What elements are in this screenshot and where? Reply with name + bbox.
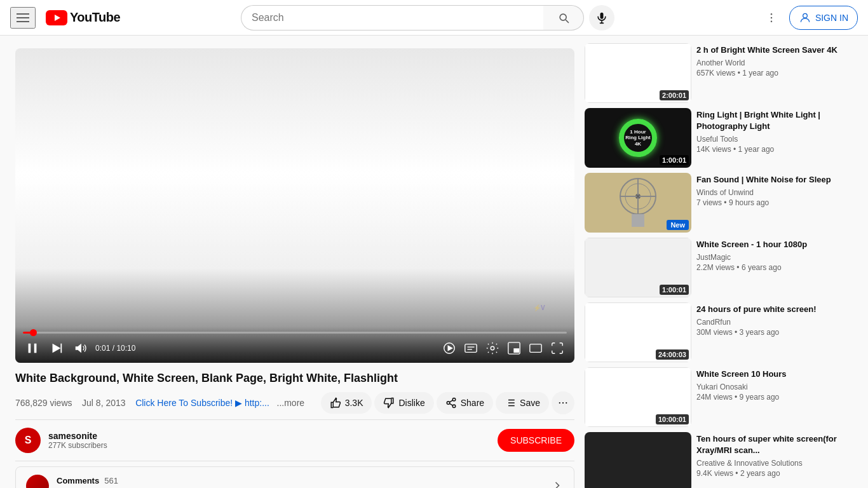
svg-point-35 <box>566 402 567 403</box>
mic-button[interactable] <box>589 5 614 30</box>
sidebar-item[interactable]: New Fan Sound | White Noise for Sleep Wi… <box>585 173 841 233</box>
sidebar-thumbnail: 1:00:01 <box>585 238 691 297</box>
progress-bar[interactable] <box>23 332 567 334</box>
svg-point-5 <box>771 20 773 22</box>
more-options-button[interactable] <box>759 5 784 30</box>
sidebar-video-details: Ring Light | Bright White Light | Photog… <box>696 108 841 168</box>
header: YouTube <box>0 0 868 36</box>
thumbs-up-icon <box>330 397 341 409</box>
more-actions-button[interactable] <box>552 391 574 414</box>
dots-vertical-icon <box>765 11 778 24</box>
dislike-label: Dislike <box>398 398 424 408</box>
sidebar-channel-name: Useful Tools <box>696 135 841 144</box>
duration-badge: 10:00:01 <box>656 414 689 424</box>
next-button[interactable] <box>47 339 66 358</box>
sidebar-item[interactable]: 10:00:01 White Screen 10 Hours Yukari On… <box>585 367 841 427</box>
share-button[interactable]: Share <box>437 392 493 414</box>
svg-marker-10 <box>53 344 61 353</box>
sidebar-channel-name: JustMagic <box>696 253 841 262</box>
svg-point-6 <box>803 13 808 18</box>
captions-button[interactable] <box>461 339 480 358</box>
thumbs-down-icon <box>383 397 395 409</box>
duration-badge: 24:00:03 <box>656 349 689 360</box>
search-form <box>241 5 584 30</box>
sidebar-video-details: Fan Sound | White Noise for Sleep Winds … <box>696 173 841 233</box>
sidebar-video-meta: 9.4K views • 2 years ago <box>696 469 841 478</box>
channel-avatar[interactable]: S <box>15 428 41 453</box>
fullscreen-icon <box>550 341 564 355</box>
sidebar-thumbnail: 1 HourRing Light4K 1:00:01 <box>585 108 691 168</box>
svg-point-24 <box>452 405 456 408</box>
controls-row: 0:01 / 10:10 <box>23 339 567 358</box>
view-count: 768,829 views <box>15 398 72 408</box>
action-buttons: 3.3K Dislike Share <box>321 391 574 414</box>
video-player[interactable]: ⚡V <box>15 48 574 363</box>
time-display: 0:01 / 10:10 <box>95 344 135 353</box>
sidebar-item[interactable]: 1 HourRing Light4K 1:00:01 Ring Light | … <box>585 108 841 168</box>
search-button[interactable] <box>543 5 584 30</box>
sign-in-label: SIGN IN <box>815 13 848 23</box>
svg-point-4 <box>771 17 773 18</box>
sidebar-video-title: 24 hours of pure white screen! <box>696 304 841 315</box>
commenter-avatar <box>26 475 49 488</box>
svg-rect-43 <box>632 214 644 227</box>
sidebar-video-meta: 657K views • 1 year ago <box>696 69 841 78</box>
autoplay-icon <box>442 341 456 355</box>
svg-point-3 <box>771 13 773 15</box>
sidebar-video-title: Fan Sound | White Noise for Sleep <box>696 174 841 186</box>
sidebar: 2:00:01 2 h of Bright White Screen Saver… <box>585 36 851 488</box>
menu-button[interactable] <box>10 7 36 29</box>
like-button[interactable]: 3.3K <box>321 392 372 414</box>
comments-content: Comments 561 This video has gotten me th… <box>57 476 546 488</box>
sidebar-video-title: 2 h of Bright White Screen Saver 4K <box>696 44 841 56</box>
sidebar-item[interactable]: 1:00:01 White Screen - 1 hour 1080p Just… <box>585 238 841 297</box>
sign-in-button[interactable]: SIGN IN <box>789 6 858 30</box>
miniplayer-button[interactable] <box>505 339 524 358</box>
share-label: Share <box>461 398 484 408</box>
save-button[interactable]: Save <box>496 392 549 414</box>
subscribe-button[interactable]: SUBSCRIBE <box>498 429 574 452</box>
fullscreen-button[interactable] <box>548 339 567 358</box>
channel-row: S samesonite 277K subscribers SUBSCRIBE <box>15 419 574 461</box>
svg-line-26 <box>449 400 452 402</box>
sidebar-thumbnail: New <box>585 173 691 233</box>
controls-right <box>440 339 567 358</box>
comments-count: 561 <box>104 476 118 485</box>
video-controls: 0:01 / 10:10 <box>15 327 574 363</box>
commenter-avatar-img <box>26 475 49 488</box>
comments-label: Comments <box>57 476 99 485</box>
youtube-logo[interactable]: YouTube <box>46 10 120 25</box>
sidebar-item[interactable]: Ten hours of super white screen(for Xray… <box>585 432 841 488</box>
svg-point-33 <box>559 402 560 403</box>
youtube-wordmark: YouTube <box>70 10 120 25</box>
comments-section[interactable]: Comments 561 This video has gotten me th… <box>15 466 574 488</box>
search-input[interactable] <box>241 5 543 30</box>
svg-marker-12 <box>76 344 81 353</box>
theater-button[interactable] <box>526 339 545 358</box>
sidebar-video-title: White Screen 10 Hours <box>696 369 841 380</box>
sidebar-video-meta: 24M views • 9 years ago <box>696 393 841 402</box>
sidebar-item[interactable]: 2:00:01 2 h of Bright White Screen Saver… <box>585 43 841 103</box>
video-meta: 768,829 views Jul 8, 2013 Click Here To … <box>15 391 574 414</box>
settings-icon <box>485 341 499 355</box>
sidebar-thumbnail: 24:00:03 <box>585 302 691 362</box>
sidebar-channel-name: CandRfun <box>696 318 841 327</box>
sidebar-video-title: Ring Light | Bright White Light | Photog… <box>696 109 841 132</box>
autoplay-toggle[interactable] <box>440 339 459 358</box>
svg-rect-20 <box>514 349 519 353</box>
mic-icon <box>595 11 608 24</box>
sidebar-channel-name: Winds of Unwind <box>696 188 841 197</box>
svg-rect-11 <box>60 344 62 353</box>
sidebar-item[interactable]: 24:00:03 24 hours of pure white screen! … <box>585 302 841 362</box>
more-link[interactable]: ...more <box>277 398 305 408</box>
sidebar-video-details: White Screen - 1 hour 1080p JustMagic 2.… <box>696 238 841 297</box>
svg-rect-8 <box>29 344 31 353</box>
settings-button[interactable] <box>483 339 502 358</box>
dislike-button[interactable]: Dislike <box>374 392 433 414</box>
channel-name[interactable]: samesonite <box>48 431 498 441</box>
svg-rect-15 <box>465 344 477 353</box>
svg-point-22 <box>452 398 456 402</box>
play-pause-button[interactable] <box>23 339 42 358</box>
volume-button[interactable] <box>71 339 90 358</box>
duration-badge: 2:00:01 <box>660 90 689 100</box>
